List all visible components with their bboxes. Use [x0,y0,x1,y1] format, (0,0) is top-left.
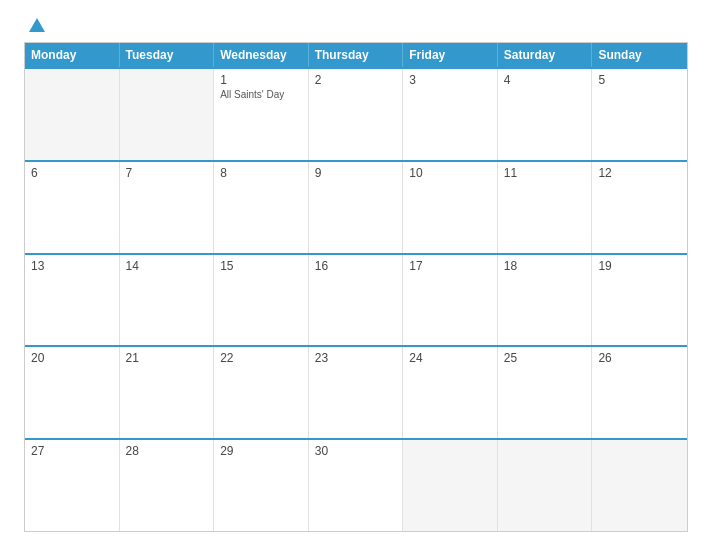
cal-cell: 5 [592,69,687,160]
calendar-header-row: MondayTuesdayWednesdayThursdayFridaySatu… [25,43,687,67]
header-day-friday: Friday [403,43,498,67]
cal-cell: 14 [120,255,215,346]
cal-cell: 2 [309,69,404,160]
day-number: 23 [315,351,397,365]
day-number: 10 [409,166,491,180]
header-day-sunday: Sunday [592,43,687,67]
cal-cell [120,69,215,160]
cal-cell: 18 [498,255,593,346]
day-number: 29 [220,444,302,458]
cal-cell: 4 [498,69,593,160]
cal-cell: 11 [498,162,593,253]
header-day-thursday: Thursday [309,43,404,67]
day-number: 13 [31,259,113,273]
cal-cell: 21 [120,347,215,438]
day-number: 28 [126,444,208,458]
day-number: 30 [315,444,397,458]
cal-cell: 28 [120,440,215,531]
day-number: 19 [598,259,681,273]
day-number: 21 [126,351,208,365]
cal-cell [25,69,120,160]
header-day-saturday: Saturday [498,43,593,67]
cal-cell: 19 [592,255,687,346]
cal-cell: 8 [214,162,309,253]
week-row-3: 13141516171819 [25,253,687,346]
cal-cell [498,440,593,531]
week-row-1: 1All Saints' Day2345 [25,67,687,160]
calendar-page: MondayTuesdayWednesdayThursdayFridaySatu… [0,0,712,550]
logo-blue-text [24,18,45,32]
day-number: 24 [409,351,491,365]
day-number: 15 [220,259,302,273]
day-number: 12 [598,166,681,180]
day-number: 2 [315,73,397,87]
cal-cell: 22 [214,347,309,438]
day-event: All Saints' Day [220,89,302,100]
cal-cell: 29 [214,440,309,531]
week-row-5: 27282930 [25,438,687,531]
cal-cell: 24 [403,347,498,438]
day-number: 7 [126,166,208,180]
day-number: 4 [504,73,586,87]
day-number: 16 [315,259,397,273]
week-row-2: 6789101112 [25,160,687,253]
cal-cell: 9 [309,162,404,253]
day-number: 1 [220,73,302,87]
day-number: 27 [31,444,113,458]
cal-cell: 25 [498,347,593,438]
day-number: 18 [504,259,586,273]
day-number: 25 [504,351,586,365]
header-day-wednesday: Wednesday [214,43,309,67]
day-number: 17 [409,259,491,273]
cal-cell: 20 [25,347,120,438]
cal-cell: 16 [309,255,404,346]
calendar-grid: MondayTuesdayWednesdayThursdayFridaySatu… [24,42,688,532]
day-number: 3 [409,73,491,87]
cal-cell [592,440,687,531]
day-number: 22 [220,351,302,365]
cal-cell [403,440,498,531]
logo-triangle-icon [29,18,45,32]
cal-cell: 10 [403,162,498,253]
cal-cell: 1All Saints' Day [214,69,309,160]
day-number: 8 [220,166,302,180]
day-number: 6 [31,166,113,180]
header-day-tuesday: Tuesday [120,43,215,67]
header-day-monday: Monday [25,43,120,67]
cal-cell: 7 [120,162,215,253]
cal-cell: 30 [309,440,404,531]
cal-cell: 3 [403,69,498,160]
cal-cell: 26 [592,347,687,438]
week-row-4: 20212223242526 [25,345,687,438]
cal-cell: 6 [25,162,120,253]
calendar-body: 1All Saints' Day234567891011121314151617… [25,67,687,531]
day-number: 11 [504,166,586,180]
cal-cell: 12 [592,162,687,253]
header [24,18,688,32]
cal-cell: 17 [403,255,498,346]
day-number: 14 [126,259,208,273]
day-number: 26 [598,351,681,365]
cal-cell: 23 [309,347,404,438]
cal-cell: 15 [214,255,309,346]
day-number: 9 [315,166,397,180]
cal-cell: 13 [25,255,120,346]
day-number: 5 [598,73,681,87]
cal-cell: 27 [25,440,120,531]
day-number: 20 [31,351,113,365]
logo [24,18,45,32]
